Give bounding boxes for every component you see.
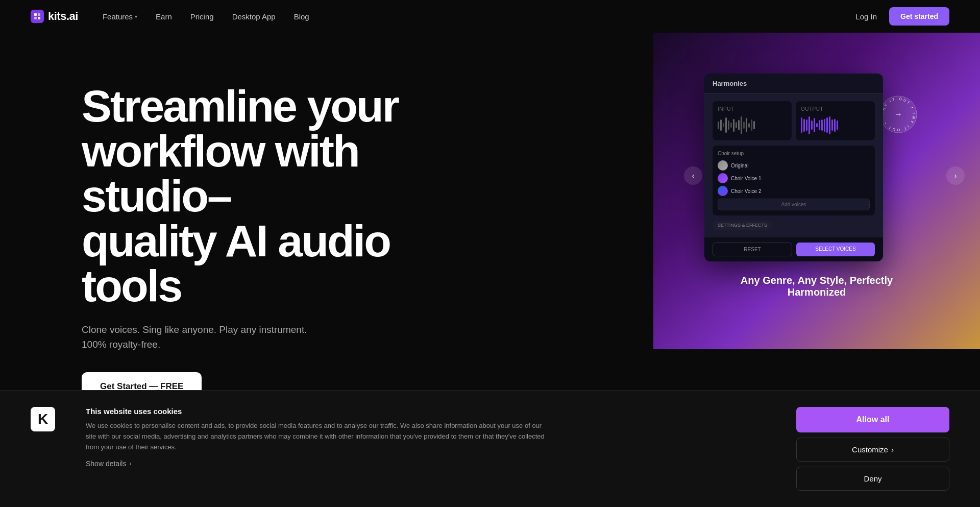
cookie-banner: K This website uses cookies We use cooki… <box>0 390 980 507</box>
screen-io-row: Input <box>713 101 875 140</box>
badge-arrow-icon[interactable]: → <box>894 110 902 119</box>
hero-content-left: Streamline your workflow with studio– qu… <box>82 63 470 401</box>
choir-member-2: Choir Voice 1 <box>718 173 870 183</box>
settings-effects-label: SETTINGS & EFFECTS <box>713 221 772 230</box>
svg-rect-0 <box>34 13 37 16</box>
hero-screen-card: Harmonies Input <box>704 74 883 261</box>
choir-member-1: Original <box>718 160 870 171</box>
carousel-prev-button[interactable]: ‹ <box>684 166 702 185</box>
cookie-logo-mark: K <box>31 407 55 431</box>
choir-avatar-2 <box>718 173 728 183</box>
genre-label: Any Genre, Any Style, Perfectly Harmoniz… <box>741 275 893 298</box>
cookie-title: This website uses cookies <box>86 407 766 416</box>
cookie-deny-button[interactable]: Deny <box>796 467 949 491</box>
hero: Streamline your workflow with studio– qu… <box>0 33 980 401</box>
add-voices-button[interactable]: Add voices <box>718 199 870 210</box>
input-waveform <box>718 115 787 135</box>
screen-select-voices-button[interactable]: SELECT VOICES <box>796 243 875 256</box>
nav-login[interactable]: Log In <box>855 12 877 21</box>
svg-rect-2 <box>34 17 37 19</box>
cookie-allow-all-button[interactable]: Allow all <box>796 407 949 432</box>
hero-subtitle: Clone voices. Sing like anyone. Play any… <box>82 323 347 352</box>
screen-input-col: Input <box>713 101 792 140</box>
screen-output-col: Output <box>796 101 875 140</box>
cookie-body-text: We use cookies to personalise content an… <box>86 421 545 452</box>
circular-badge: TRY IT OUT • TRY IT OUT • → <box>878 94 919 135</box>
cookie-content: This website uses cookies We use cookies… <box>86 407 766 468</box>
nav-get-started-button[interactable]: Get started <box>889 7 949 26</box>
nav-links: Features ▾ Earn Pricing Desktop App Blog <box>103 12 855 21</box>
show-details-arrow-icon: › <box>129 460 131 467</box>
choir-avatar-3 <box>718 186 728 196</box>
nav-earn[interactable]: Earn <box>156 12 172 21</box>
navigation: kits.ai Features ▾ Earn Pricing Desktop … <box>0 0 980 33</box>
nav-pricing[interactable]: Pricing <box>190 12 214 21</box>
nav-features[interactable]: Features ▾ <box>103 12 137 21</box>
svg-rect-1 <box>38 13 40 16</box>
choir-avatar-1 <box>718 160 728 171</box>
logo-text: kits.ai <box>48 10 78 23</box>
logo-icon <box>31 10 44 23</box>
hero-section: Streamline your workflow with studio– qu… <box>0 33 980 401</box>
chevron-down-icon: ▾ <box>135 14 137 19</box>
carousel-next-button[interactable]: › <box>946 166 965 185</box>
screen-bottom-bar: RESET SELECT VOICES <box>704 237 883 261</box>
screen-effects-row: SETTINGS & EFFECTS <box>713 221 875 230</box>
nav-desktop-app[interactable]: Desktop App <box>232 12 276 21</box>
nav-right: Log In Get started <box>855 7 949 26</box>
cookie-show-details-button[interactable]: Show details › <box>86 460 766 468</box>
choir-member-3: Choir Voice 2 <box>718 186 870 196</box>
svg-rect-3 <box>38 17 40 19</box>
cookie-buttons: Allow all Customize › Deny <box>796 407 949 491</box>
screen-title-bar: Harmonies <box>704 74 883 94</box>
logo[interactable]: kits.ai <box>31 10 78 23</box>
hero-visual: TRY IT OUT • TRY IT OUT • → Harmonies In… <box>653 33 980 319</box>
screen-choir-setup: Choir setup Original Choir Voice 1 Choir… <box>713 146 875 215</box>
cookie-logo: K <box>31 407 55 431</box>
screen-body: Input <box>704 94 883 237</box>
output-waveform <box>801 115 870 135</box>
customize-arrow-icon: › <box>891 445 894 454</box>
screen-reset-button[interactable]: RESET <box>713 243 792 256</box>
cookie-customize-button[interactable]: Customize › <box>796 438 949 462</box>
nav-blog[interactable]: Blog <box>294 12 309 21</box>
hero-title: Streamline your workflow with studio– qu… <box>82 84 470 308</box>
